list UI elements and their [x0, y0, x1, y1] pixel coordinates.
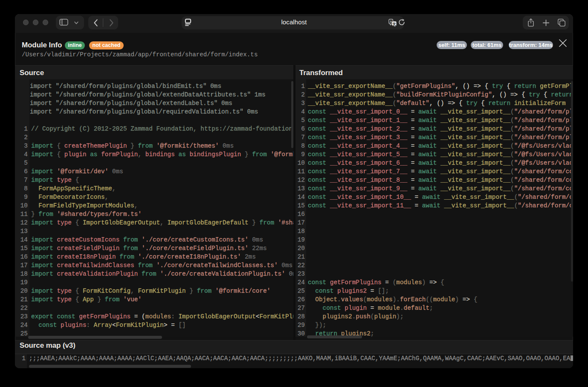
svg-text:文: 文 [392, 22, 396, 26]
svg-text:A: A [389, 19, 392, 23]
